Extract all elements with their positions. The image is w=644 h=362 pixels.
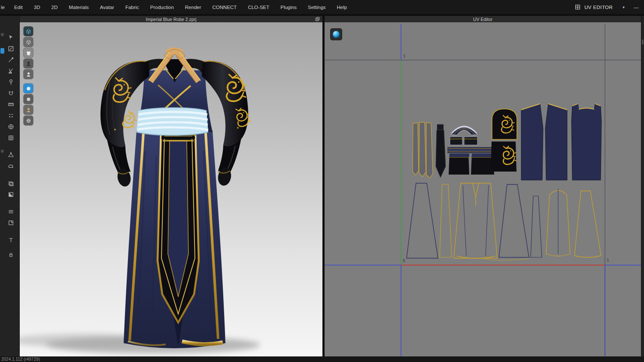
menu-file[interactable]: le <box>0 5 9 10</box>
sphere-blue-icon[interactable] <box>24 84 33 93</box>
person-tan-icon[interactable] <box>24 105 33 115</box>
dot-grid-tool-icon[interactable] <box>6 110 16 121</box>
cursor-tool-icon[interactable] <box>6 32 16 42</box>
status-bar: 2024.1.112 (r49729) <box>0 356 644 362</box>
menu-avatar[interactable]: Avatar <box>94 5 120 10</box>
uv-piece-dragon-emblem-1[interactable] <box>492 109 517 139</box>
collapse-button[interactable]: — <box>634 5 639 10</box>
uv-piece-collar-strips[interactable] <box>413 122 433 178</box>
sphere-tool-icon[interactable] <box>6 121 16 132</box>
left-toolbar <box>0 16 20 356</box>
undock-window-icon[interactable] <box>315 17 320 22</box>
t-pin-tool-icon[interactable] <box>6 235 16 245</box>
tool-flyout-tick <box>1 33 4 36</box>
menu-render[interactable]: Render <box>179 5 207 10</box>
pin-tool-icon[interactable] <box>6 77 16 87</box>
globe-icon[interactable] <box>24 116 33 125</box>
pen-tool-icon[interactable] <box>6 54 16 65</box>
uv-editor-canvas[interactable]: 1 0 1 <box>325 22 641 356</box>
menu-plugins[interactable]: Plugins <box>275 5 302 10</box>
viewport-3d-header: Imperial Blue Robe 2.zprj <box>20 16 322 22</box>
split-tool-icon[interactable] <box>6 133 16 143</box>
menu-clo-set[interactable]: CLO-SET <box>242 5 275 10</box>
uv-label-u1: 1 <box>607 258 609 262</box>
fold-tool-icon[interactable] <box>6 217 16 228</box>
menu-fabric[interactable]: Fabric <box>120 5 145 10</box>
tool-flyout-tick <box>1 150 4 153</box>
blue-material-sphere-icon[interactable] <box>330 28 342 40</box>
shirt-icon[interactable] <box>24 48 33 57</box>
workspace: Imperial Blue Robe 2.zprj <box>0 14 644 356</box>
menu-connect[interactable]: CONNECT <box>207 5 243 10</box>
mode-dropdown-caret[interactable]: ▾ <box>623 5 625 9</box>
scissors-tool-icon[interactable] <box>6 66 16 76</box>
panel-grip-icon <box>642 39 644 45</box>
menu-bar: le Edit 3D 2D Materials Avatar Fabric Pr… <box>0 0 644 14</box>
person-icon[interactable] <box>24 69 33 79</box>
uv-label-origin: 0 <box>403 259 405 263</box>
viewport-3d-panel: Imperial Blue Robe 2.zprj <box>20 16 322 356</box>
uv-label-v1: 1 <box>403 54 406 58</box>
uv-background <box>325 22 641 356</box>
uv-grid-icon <box>575 4 580 10</box>
iron-tool-icon[interactable] <box>6 161 16 171</box>
right-collapsed-panel[interactable] <box>641 16 644 356</box>
fill-tool-icon[interactable] <box>6 189 16 199</box>
sphere-gray-icon[interactable] <box>24 94 33 104</box>
cube-dark-icon[interactable] <box>24 27 33 36</box>
mode-switcher: UV EDITOR ▾ — <box>575 4 644 10</box>
garment-3d-render <box>20 22 322 356</box>
tape-tool-icon[interactable] <box>6 99 16 109</box>
menu-3d[interactable]: 3D <box>28 5 46 10</box>
menu-settings[interactable]: Settings <box>302 5 331 10</box>
viewport-3d-title: Imperial Blue Robe 2.zprj <box>146 17 197 22</box>
uv-editor-title: UV Editor <box>473 17 492 22</box>
menu-2d[interactable]: 2D <box>46 5 63 10</box>
uv-piece-dragon-emblem-2[interactable] <box>491 142 517 172</box>
uv-scene: 1 0 1 <box>325 22 641 356</box>
viewport-3d-canvas[interactable] <box>20 22 322 356</box>
robe-belt-sash <box>137 108 208 135</box>
uv-piece-cuff-left[interactable] <box>449 154 469 175</box>
menu-help[interactable]: Help <box>331 5 353 10</box>
clo3d-app: le Edit 3D 2D Materials Avatar Fabric Pr… <box>0 0 644 362</box>
uv-piece-cuff-right[interactable] <box>471 154 494 175</box>
plug-tool-icon[interactable] <box>6 250 16 260</box>
uv-editor-panel: UV Editor 1 <box>325 16 641 356</box>
menu-edit[interactable]: Edit <box>9 5 28 10</box>
uv-piece-back-bodice[interactable] <box>571 104 601 180</box>
magnet-tool-icon[interactable] <box>6 88 16 98</box>
menu-materials[interactable]: Materials <box>63 5 94 10</box>
box-edit-tool-icon[interactable] <box>6 43 16 54</box>
list-tool-icon[interactable] <box>6 206 16 217</box>
material-sphere <box>333 31 340 38</box>
uv-piece-belt[interactable] <box>447 147 494 153</box>
uv-piece-tie[interactable] <box>436 124 446 178</box>
view-toggle-toolbar <box>24 27 33 127</box>
uv-editor-mode-label[interactable]: UV EDITOR <box>584 5 613 10</box>
menu-list: le Edit 3D 2D Materials Avatar Fabric Pr… <box>0 5 352 10</box>
menu-production[interactable]: Production <box>145 5 179 10</box>
layers-tool-icon[interactable] <box>6 178 16 188</box>
bust-icon[interactable] <box>24 59 33 68</box>
version-label: 2024.1.112 (r49729) <box>1 357 40 362</box>
hanger-tool-icon[interactable] <box>6 150 16 160</box>
active-tool-indicator <box>0 48 4 54</box>
uv-editor-header: UV Editor <box>325 16 641 22</box>
cube-light-icon[interactable] <box>24 37 33 47</box>
